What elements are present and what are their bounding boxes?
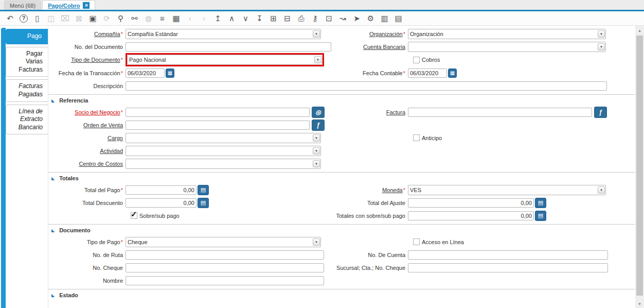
calendar-icon[interactable]: ▦ [172,13,181,24]
last-record-icon[interactable]: ↧ [255,13,264,24]
input-fecha-de-la-transaccion[interactable]: 06/03/2020 [126,69,165,78]
postit-icon[interactable]: ▤ [394,13,403,24]
sidebar-item-linea-de-extracto-bancario[interactable]: Línea de Extracto Bancario [6,105,48,135]
form-row: Centro de Costos▾ [48,157,635,170]
calculator-button[interactable]: ▤ [198,198,209,208]
close-icon[interactable]: × [83,2,90,9]
workflow-icon[interactable]: ↝ [338,13,347,24]
send-mail-icon[interactable]: ➤ [352,13,361,24]
input-fecha-contable[interactable]: 06/03/2020 [408,69,447,78]
collapse-triangle-icon[interactable]: ◣ [51,176,55,181]
zoom-record-button[interactable]: ƒ [594,107,607,118]
input-socio-del-negocio[interactable] [126,108,310,117]
lock-icon[interactable]: ⚷ [311,13,319,24]
help-icon[interactable]: ? [20,14,28,23]
input-no-del-documento[interactable] [126,42,331,52]
label-orden-de-venta[interactable]: Orden de Venta [48,122,126,128]
calculator-button[interactable]: ▤ [535,211,546,221]
label-cuenta-bancaria[interactable]: Cuenta Bancaria [330,44,408,50]
sidebar-item-pago[interactable]: Pago [6,29,48,44]
dropdown-arrow-icon[interactable]: ▾ [598,186,605,194]
zoom-across-icon[interactable]: ⊡ [325,13,333,24]
select-centro-de-costos[interactable]: ▾ [126,159,321,169]
dropdown-arrow-icon[interactable]: ▾ [313,30,320,38]
dropdown-arrow-icon[interactable]: ▾ [313,238,320,246]
checkbox-sobre-sub-pago[interactable]: ✓ [131,212,137,219]
refresh-icon: ⟳ [102,13,111,24]
product-info-icon[interactable]: ▥ [380,13,389,24]
undo-icon[interactable]: ↶ [6,13,14,24]
first-record-icon[interactable]: ↥ [213,13,222,24]
zoom-record-button[interactable]: ƒ [312,119,325,131]
find-icon[interactable]: ⚲ [116,13,125,24]
input-sucursal-cta-no-cheque[interactable] [408,263,608,272]
checkbox-anticipo[interactable] [413,134,420,141]
collapse-triangle-icon[interactable]: ◣ [51,228,55,233]
select-cargo[interactable]: ▾ [126,133,321,143]
input-nombre[interactable] [126,276,324,285]
print-icon[interactable]: ⎙ [297,13,306,24]
label-text: Fecha de la Transacción [59,70,120,76]
select-organizacion[interactable]: Organización▾ [408,29,606,39]
label-organizacion[interactable]: Organización* [330,31,408,37]
label-compania[interactable]: Compañía* [48,31,126,37]
dropdown-arrow-icon[interactable]: ▾ [598,43,605,50]
sidebar-item-pagar-varias-facturas[interactable]: Pagar Varias Facturas [6,47,48,77]
label-cargo[interactable]: Cargo [48,135,126,141]
label-actividad[interactable]: Actividad [48,148,126,154]
input-no-de-ruta[interactable] [126,250,324,260]
new-record-icon[interactable]: ▯ [33,13,42,24]
vertical-scrollbar[interactable]: ▴ ▾ [635,26,644,308]
dropdown-arrow-icon[interactable]: ▾ [313,147,320,155]
dropdown-arrow-icon[interactable]: ▾ [313,134,320,142]
report-icon[interactable]: ⊞ [269,13,278,24]
checkbox-acceso-en-linea[interactable] [413,238,420,245]
attachment-icon[interactable]: ⚯ [130,13,139,24]
checkbox-cobros[interactable] [413,57,420,63]
toolbar: ↶?▯◫⌧⊠▣⟳⚲⚯◍≡▦‹›↥∧∨↧⊞⊟⎙⚷⊡↝➤⚙▥▤ [0,11,644,26]
archive-icon[interactable]: ⊟ [283,13,292,24]
scroll-up-icon[interactable]: ▴ [635,26,644,35]
input-factura[interactable] [408,108,592,117]
scroll-thumb[interactable] [636,36,643,296]
select-cuenta-bancaria[interactable]: ▾ [408,42,606,52]
collapse-triangle-icon[interactable]: ◣ [51,98,55,103]
dropdown-arrow-icon[interactable]: ▾ [314,56,321,63]
field-no-de-ruta [126,250,324,260]
input-total-descuento[interactable]: 0,00 [126,198,196,208]
save-icon[interactable]: ▣ [88,13,97,24]
label-factura[interactable]: Factura [330,109,408,115]
grid-toggle-icon[interactable]: ≡ [158,13,167,24]
dropdown-arrow-icon[interactable]: ▾ [598,30,605,38]
collapse-triangle-icon[interactable]: ◣ [51,293,55,298]
window-tab-pago-cobro[interactable]: Pago/Cobro× [42,0,95,10]
label-socio-del-negocio[interactable]: Socio del Negocio* [48,109,126,115]
window-tab-menu[interactable]: Menú (68) [4,1,41,10]
scroll-down-icon[interactable]: ▾ [635,299,644,308]
process-icon[interactable]: ⚙ [366,13,375,24]
select-tipo-de-pago[interactable]: Cheque▾ [126,237,321,247]
input-totales-con-sobre-sub-pago[interactable]: 0,00 [408,211,534,220]
select-compania[interactable]: Compañía Estándar▾ [126,29,321,39]
detail-record-icon[interactable]: ∨ [241,13,250,24]
calendar-button[interactable]: ▦ [448,69,457,78]
dropdown-arrow-icon[interactable]: ▾ [313,160,320,167]
input-no-cheque[interactable] [126,263,324,272]
input-orden-de-venta[interactable] [126,121,310,130]
business-partner-record-button[interactable]: ◎ [312,107,325,118]
label-moneda[interactable]: Moneda* [330,187,408,193]
input-descripcion[interactable] [126,81,607,91]
input-no-de-cuenta[interactable] [408,250,608,260]
input-total-del-pago[interactable]: 0,00 [126,185,196,195]
input-total-del-ajuste[interactable]: 0,00 [408,198,534,208]
calculator-button[interactable]: ▤ [198,185,209,195]
label-tipo-de-documento[interactable]: Tipo de Documento* [48,57,126,63]
select-actividad[interactable]: ▾ [126,146,321,156]
select-tipo-de-documento[interactable]: Pago Nacional▾ [127,55,323,65]
calendar-button[interactable]: ▦ [166,69,174,78]
label-centro-de-costos[interactable]: Centro de Costos [48,161,126,167]
sidebar-item-facturas-pagadas[interactable]: Facturas Pagadas [6,79,48,101]
calculator-button[interactable]: ▤ [535,198,546,208]
select-moneda[interactable]: VES▾ [408,185,606,195]
parent-record-icon[interactable]: ∧ [227,13,236,24]
